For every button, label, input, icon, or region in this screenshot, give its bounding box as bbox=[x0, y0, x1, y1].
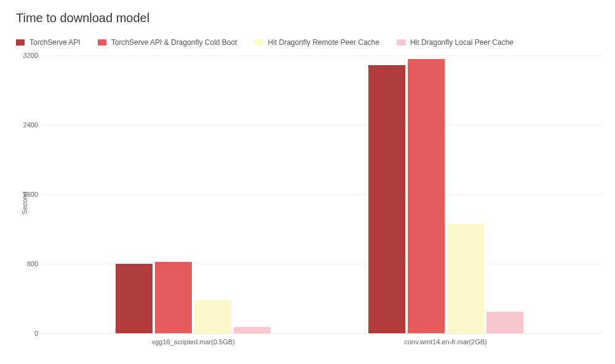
bar[interactable] bbox=[408, 59, 445, 333]
legend-label-0: TorchServe API bbox=[30, 38, 81, 47]
legend-label-1: TorchServe API & Dragonfly Cold Boot bbox=[111, 38, 237, 47]
xtick-label: vgg16_scripted.mar(0.5GB) bbox=[152, 338, 235, 346]
legend-item-0[interactable]: TorchServe API bbox=[16, 38, 81, 47]
ytick-label: 1600 bbox=[14, 191, 38, 198]
bar[interactable] bbox=[447, 224, 484, 333]
bar[interactable] bbox=[368, 65, 405, 333]
legend: TorchServe API TorchServe API & Dragonfl… bbox=[16, 38, 514, 47]
legend-item-3[interactable]: Hit Dragonfly Local Peer Cache bbox=[397, 38, 514, 47]
legend-swatch-2 bbox=[255, 39, 263, 46]
bar[interactable] bbox=[486, 312, 523, 333]
bar[interactable] bbox=[116, 264, 153, 333]
bar[interactable] bbox=[155, 262, 192, 333]
legend-swatch-0 bbox=[16, 39, 25, 46]
xtick-label: conv.wmt14.en-fr.mar(2GB) bbox=[404, 338, 486, 346]
ytick-label: 800 bbox=[14, 260, 38, 267]
legend-swatch-3 bbox=[397, 39, 405, 46]
bar[interactable] bbox=[194, 300, 231, 333]
legend-label-2: Hit Dragonfly Remote Peer Cache bbox=[268, 38, 379, 47]
ytick-label: 3200 bbox=[14, 52, 38, 59]
chart-title: Time to download model bbox=[16, 11, 149, 25]
ytick-label: 0 bbox=[14, 330, 38, 337]
bar[interactable] bbox=[234, 327, 271, 333]
legend-item-1[interactable]: TorchServe API & Dragonfly Cold Boot bbox=[98, 38, 237, 47]
legend-label-3: Hit Dragonfly Local Peer Cache bbox=[410, 38, 514, 47]
ytick-label: 2400 bbox=[14, 121, 38, 129]
chart-container: Time to download model TorchServe API To… bbox=[0, 0, 615, 364]
legend-item-2[interactable]: Hit Dragonfly Remote Peer Cache bbox=[255, 38, 379, 47]
plot: Second 0800160024003200vgg16_scripted.ma… bbox=[30, 55, 603, 350]
chart-area: 0800160024003200vgg16_scripted.mar(0.5GB… bbox=[42, 55, 603, 334]
bar-group: conv.wmt14.en-fr.mar(2GB) bbox=[368, 55, 523, 333]
legend-swatch-1 bbox=[98, 39, 106, 46]
bar-group: vgg16_scripted.mar(0.5GB) bbox=[116, 55, 271, 333]
